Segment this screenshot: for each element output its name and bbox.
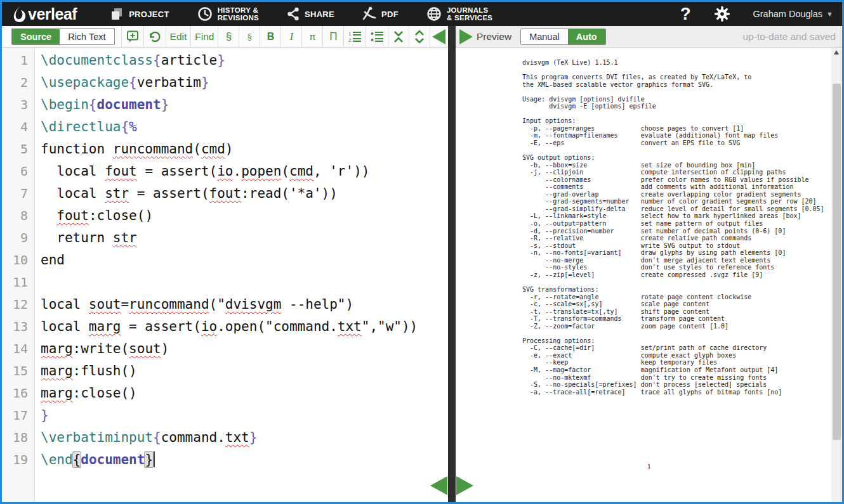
code-area[interactable]: \documentclass{article}\usepackage{verba…: [35, 48, 448, 502]
rich-text-mode-button[interactable]: Rich Text: [60, 29, 114, 44]
edit-menu-button[interactable]: Edit: [166, 26, 191, 47]
code-line[interactable]: \end{document}: [41, 449, 448, 471]
code-line[interactable]: marg:flush(): [41, 360, 448, 382]
user-name: Graham Douglas: [753, 9, 823, 19]
pdf-text-content: dvisvgm (TeX Live) 1.15.1 This program c…: [522, 59, 824, 396]
help-button[interactable]: ?: [680, 4, 691, 24]
expand-button[interactable]: [409, 26, 430, 47]
nav-item-history-revisions[interactable]: HISTORY & REVISIONS: [197, 6, 259, 22]
nav-item-label: JOURNALS & SERVICES: [447, 6, 492, 22]
pane-divider[interactable]: [448, 26, 456, 502]
code-line[interactable]: \directlua{%: [41, 116, 448, 138]
subsection-button[interactable]: §: [239, 26, 260, 47]
line-number: 7: [2, 183, 34, 205]
bullet-list-button[interactable]: [366, 26, 388, 47]
code-line[interactable]: end: [41, 249, 448, 271]
code-line[interactable]: \verbatiminput{command.txt}: [41, 427, 448, 449]
line-number: 4: [2, 116, 34, 138]
history-button[interactable]: [143, 26, 166, 47]
save-status: up-to-date and saved: [743, 31, 836, 42]
nav-item-label: HISTORY & REVISIONS: [218, 6, 259, 22]
nav-item-pdf[interactable]: PDF: [362, 6, 399, 22]
code-line[interactable]: local str = assert(fout:read('*a')): [41, 183, 448, 205]
pdf-reader-icon: [362, 6, 376, 22]
code-line[interactable]: local fout = assert(io.popen(cmd, 'r')): [41, 160, 448, 183]
editor-toolbar-buttons: Edit Find § § B I: [121, 26, 431, 47]
code-line[interactable]: \documentclass{article}: [41, 49, 448, 72]
globe-icon: [426, 6, 442, 22]
logo-text: verleaf: [28, 5, 77, 23]
code-line[interactable]: marg:write(sout): [41, 338, 448, 360]
overleaf-logo[interactable]: verleaf: [12, 5, 77, 23]
overleaf-window: verleaf PROJECT: [0, 0, 844, 504]
nav-item-share[interactable]: SHARE: [287, 7, 334, 21]
pdf-preview-area[interactable]: dvisvgm (TeX Live) 1.15.1 This program c…: [456, 48, 842, 502]
source-mode-button[interactable]: Source: [12, 29, 60, 44]
code-line[interactable]: }: [41, 404, 448, 427]
italic-button[interactable]: I: [280, 26, 301, 47]
preview-pane: Preview Manual Auto up-to-date and saved…: [456, 26, 842, 502]
nav-item-journals-services[interactable]: JOURNALS & SERVICES: [426, 6, 492, 22]
line-number: 2: [2, 72, 34, 94]
pdf-page: dvisvgm (TeX Live) 1.15.1 This program c…: [456, 48, 831, 502]
line-number: 13: [2, 316, 34, 338]
code-line[interactable]: fout:close(): [41, 205, 448, 227]
preview-scrollbar[interactable]: [831, 48, 842, 502]
text-cursor: [154, 451, 155, 467]
inline-math-button[interactable]: π: [301, 26, 322, 47]
collapse-editor-arrow[interactable]: [432, 29, 445, 44]
preview-label: Preview: [477, 31, 511, 42]
code-line[interactable]: marg:close(): [41, 382, 448, 404]
code-line[interactable]: local marg = assert(io.open("command.txt…: [41, 316, 448, 338]
history-clock-icon: [197, 6, 213, 22]
code-line[interactable]: function runcommand(cmd): [41, 138, 448, 160]
code-line[interactable]: \usepackage{verbatim}: [41, 72, 448, 94]
line-number: 11: [2, 271, 34, 294]
source-editor[interactable]: 12345678910111213141516171819 \documentc…: [2, 48, 448, 502]
expand-preview-arrow[interactable]: [459, 29, 473, 44]
scrollbar-thumb[interactable]: [833, 84, 841, 440]
navbar-right: ? Graham Dougl: [680, 4, 833, 24]
add-comment-icon: [126, 30, 140, 44]
settings-gear-icon[interactable]: [714, 6, 730, 22]
user-account-menu[interactable]: Graham Douglas ▼: [753, 9, 834, 19]
navbar-menu: PROJECT HISTORY & REVISIONS: [110, 6, 492, 22]
line-number: 16: [2, 382, 34, 404]
line-number: 6: [2, 160, 34, 183]
chevron-down-icon: ▼: [826, 10, 833, 18]
code-line[interactable]: \begin{document}: [41, 94, 448, 116]
line-number: 8: [2, 205, 34, 227]
bold-button[interactable]: B: [260, 26, 280, 47]
line-number: 9: [2, 227, 34, 249]
code-line[interactable]: [41, 271, 448, 294]
numbered-list-icon: 1 2: [348, 30, 362, 44]
share-icon: [287, 7, 300, 21]
auto-compile-button[interactable]: Auto: [568, 29, 605, 44]
line-number: 3: [2, 94, 34, 116]
overleaf-leaf-icon: [12, 5, 27, 23]
numbered-list-button[interactable]: 1 2: [343, 26, 366, 47]
add-comment-button[interactable]: [121, 26, 143, 47]
nav-item-label: PROJECT: [129, 10, 169, 18]
code-line[interactable]: local sout=runcommand("dvisvgm --help"): [41, 294, 448, 316]
scrollbar-up-arrow[interactable]: [834, 50, 839, 55]
preview-bottom-expand-arrow[interactable]: [456, 476, 473, 495]
bullet-list-icon: [370, 30, 384, 44]
nav-item-label: SHARE: [305, 10, 334, 18]
section-button[interactable]: §: [218, 26, 239, 47]
main-split: Source Rich Text: [2, 26, 842, 502]
expand-icon: [413, 30, 426, 44]
find-button[interactable]: Find: [190, 26, 218, 47]
line-number: 19: [2, 449, 34, 471]
code-line[interactable]: return str: [41, 227, 448, 249]
nav-item-project[interactable]: PROJECT: [110, 7, 169, 21]
display-math-button[interactable]: Π: [322, 26, 343, 47]
collapse-button[interactable]: [388, 26, 409, 47]
line-number: 15: [2, 360, 34, 382]
pdf-page-number: 1: [522, 463, 776, 470]
manual-compile-button[interactable]: Manual: [521, 29, 568, 44]
nav-item-label: PDF: [381, 10, 399, 18]
line-number: 5: [2, 138, 34, 160]
editor-bottom-collapse-arrow[interactable]: [430, 476, 447, 495]
top-navbar: verleaf PROJECT: [2, 2, 842, 26]
